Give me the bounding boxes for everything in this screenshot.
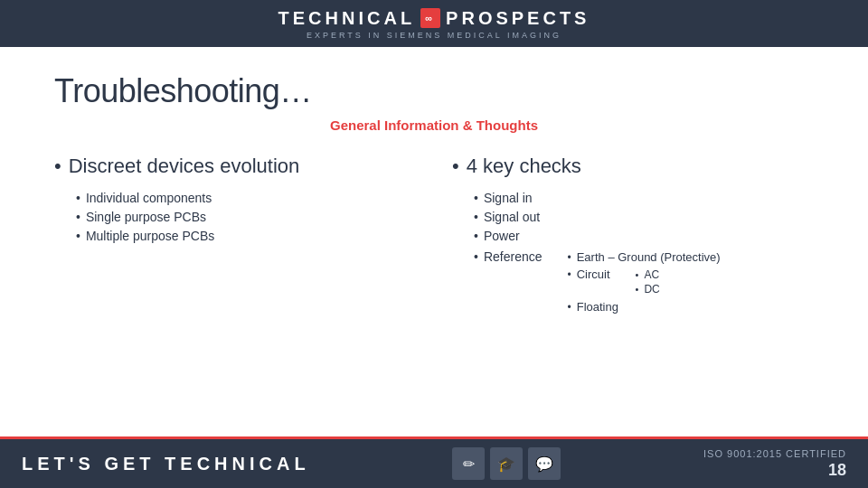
left-main-bullet: • Discreet devices evolution <box>54 155 416 178</box>
list-item-reference: Reference Earth – Ground (Protective) Ci… <box>474 248 814 316</box>
footer-icon-pencil[interactable]: ✏ <box>452 447 485 480</box>
header: TECHNICAL ∞ PROSPECTS EXPERTS IN SIEMENS… <box>0 0 868 47</box>
list-item: Single purpose PCBs <box>76 210 416 224</box>
footer-certified: ISO 9001:2015 CERTIFIED <box>703 448 846 459</box>
list-item: Multiple purpose PCBs <box>76 229 416 243</box>
list-item-circuit: Circuit AC DC <box>568 267 721 297</box>
header-title-part1: TECHNICAL <box>278 8 416 29</box>
header-title-part2: PROSPECTS <box>446 8 590 29</box>
footer-icon-chat[interactable]: 💬 <box>528 447 561 480</box>
footer-icon-learn[interactable]: 🎓 <box>490 447 523 480</box>
header-title: TECHNICAL ∞ PROSPECTS <box>278 8 590 29</box>
left-bullet-dot: • <box>54 155 61 178</box>
right-bullet-dot: • <box>452 155 459 178</box>
header-subtitle: EXPERTS IN SIEMENS MEDICAL IMAGING <box>307 31 561 40</box>
circuit-sub-list: AC DC <box>636 268 660 297</box>
list-item: Signal in <box>474 191 814 205</box>
section-subtitle: General Information & Thoughts <box>54 117 814 133</box>
footer-icons: ✏ 🎓 💬 <box>452 447 561 480</box>
right-main-bullet: • 4 key checks <box>452 155 814 178</box>
footer-page-number: 18 <box>828 461 846 480</box>
list-item: Individual components <box>76 191 416 205</box>
list-item-floating: Floating <box>568 300 721 314</box>
footer-right: ISO 9001:2015 CERTIFIED 18 <box>703 448 846 480</box>
main-content: Troubleshooting… General Information & T… <box>0 47 868 321</box>
list-item: Power <box>474 229 814 243</box>
list-item: DC <box>636 283 660 296</box>
right-column: • 4 key checks Signal in Signal out Powe… <box>452 155 814 321</box>
list-item: Earth – Ground (Protective) <box>568 250 721 264</box>
reference-sub-list: Earth – Ground (Protective) Circuit AC D… <box>568 250 721 316</box>
list-item: AC <box>636 268 660 281</box>
list-item: Signal out <box>474 210 814 224</box>
right-sub-list: Signal in Signal out Power Reference Ear… <box>474 191 814 316</box>
left-sub-list: Individual components Single purpose PCB… <box>76 191 416 243</box>
left-main-bullet-text: Discreet devices evolution <box>69 155 300 178</box>
content-columns: • Discreet devices evolution Individual … <box>54 155 814 321</box>
left-column: • Discreet devices evolution Individual … <box>54 155 416 321</box>
page-title: Troubleshooting… <box>54 72 814 110</box>
footer: LET'S GET TECHNICAL ✏ 🎓 💬 ISO 9001:2015 … <box>0 439 868 488</box>
footer-tagline: LET'S GET TECHNICAL <box>22 454 310 474</box>
right-main-bullet-text: 4 key checks <box>467 155 581 178</box>
header-logo: ∞ <box>420 8 440 28</box>
